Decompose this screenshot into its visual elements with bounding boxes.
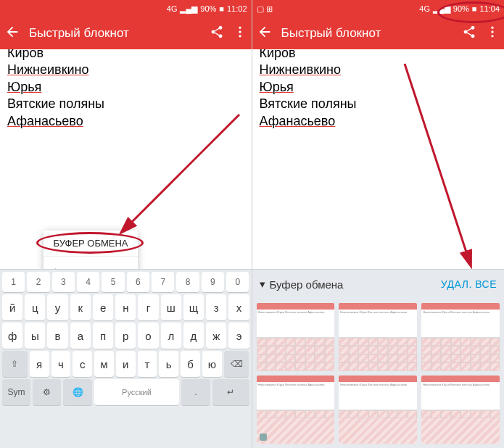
- app-bar: Быстрый блокнот: [252, 17, 505, 49]
- share-icon[interactable]: [210, 25, 224, 42]
- key[interactable]: я: [30, 351, 49, 377]
- key[interactable]: а: [70, 323, 91, 349]
- key[interactable]: е: [93, 294, 113, 320]
- svg-point-4: [491, 27, 493, 29]
- clipboard-item[interactable]: Нижнеивкино Юрья Вятские поляны Афанасье…: [257, 303, 335, 371]
- back-icon[interactable]: [257, 24, 273, 43]
- backspace-key[interactable]: ⌫: [224, 351, 249, 377]
- key[interactable]: к: [70, 294, 91, 320]
- popup-back-icon[interactable]: ←: [44, 256, 138, 269]
- key[interactable]: ь: [159, 351, 178, 377]
- key-7[interactable]: 7: [152, 272, 174, 292]
- svg-point-1: [239, 30, 241, 33]
- back-icon[interactable]: [4, 24, 20, 43]
- clipboard-grid: Нижнеивкино Юрья Вятские поляны Афанасье…: [252, 299, 505, 448]
- signal-icon: ▂▄▆: [433, 4, 450, 14]
- battery-pct: 90%: [200, 4, 216, 13]
- key-8[interactable]: 8: [176, 272, 199, 292]
- note-line: Киров: [260, 49, 497, 62]
- note-line: Юрья: [260, 79, 497, 96]
- key-4[interactable]: 4: [77, 272, 99, 292]
- key[interactable]: э: [228, 323, 249, 349]
- keyboard[interactable]: 1 2 3 4 5 6 7 8 9 0 йцукенгшщзх фывапрол…: [0, 269, 252, 448]
- key-row-1: йцукенгшщзх: [0, 292, 252, 320]
- key[interactable]: д: [183, 323, 204, 349]
- key[interactable]: х: [228, 294, 249, 320]
- key-1[interactable]: 1: [2, 272, 25, 292]
- key[interactable]: й: [2, 294, 22, 320]
- key-6[interactable]: 6: [127, 272, 149, 292]
- settings-key[interactable]: ⚙: [33, 379, 61, 405]
- dot-key[interactable]: .: [181, 379, 210, 405]
- globe-key[interactable]: 🌐: [63, 379, 91, 405]
- svg-point-5: [491, 30, 493, 33]
- key[interactable]: ж: [206, 323, 226, 349]
- key-5[interactable]: 5: [102, 272, 124, 292]
- key[interactable]: с: [73, 351, 92, 377]
- more-icon[interactable]: [485, 25, 500, 42]
- clipboard-item[interactable]: Нижнеивкино Юрья Вятские поляны Афанасье…: [257, 376, 335, 444]
- number-row: 1 2 3 4 5 6 7 8 9 0: [0, 270, 252, 292]
- enter-key[interactable]: ↵: [212, 379, 249, 405]
- share-icon[interactable]: [462, 25, 476, 42]
- key[interactable]: ф: [2, 323, 22, 349]
- note-line: Афанасьево: [260, 113, 497, 130]
- key[interactable]: м: [94, 351, 114, 377]
- note-line: Вятские поляны: [7, 96, 244, 112]
- key[interactable]: о: [138, 323, 158, 349]
- more-icon[interactable]: [233, 25, 247, 42]
- key[interactable]: ю: [202, 351, 222, 377]
- note-line: Афанасьево: [7, 113, 244, 130]
- delete-all-button[interactable]: УДАЛ. ВСЕ: [441, 278, 497, 290]
- clipboard-header: ▾ Буфер обмена УДАЛ. ВСЕ: [252, 270, 505, 299]
- note-line: Нижнеивкино: [7, 62, 244, 78]
- key-9[interactable]: 9: [202, 272, 224, 292]
- clipboard-item[interactable]: Нижнеивкино Юрья Вятские поляны Афанасье…: [421, 376, 500, 444]
- key[interactable]: н: [115, 294, 136, 320]
- key-row-3: ⇧ ячсмитьбю ⌫: [0, 349, 252, 377]
- key[interactable]: щ: [183, 294, 204, 320]
- sym-key[interactable]: Sym: [2, 379, 30, 405]
- key-0[interactable]: 0: [226, 272, 249, 292]
- note-line: Юрья: [7, 79, 244, 96]
- key[interactable]: ш: [161, 294, 181, 320]
- signal-icon: ▂▄▆: [180, 4, 197, 14]
- key-row-2: фывапролджэ: [0, 320, 252, 349]
- key[interactable]: з: [206, 294, 226, 320]
- key[interactable]: б: [181, 351, 200, 377]
- note-line: Нижнеивкино: [260, 62, 497, 78]
- key-2[interactable]: 2: [27, 272, 49, 292]
- key[interactable]: р: [115, 323, 136, 349]
- key[interactable]: ч: [51, 351, 71, 377]
- key-row-bottom: Sym ⚙ 🌐 Русский . ↵: [0, 377, 252, 407]
- chevron-down-icon[interactable]: ▾: [260, 278, 265, 291]
- note-content[interactable]: Киров Нижнеивкино Юрья Вятские поляны Аф…: [252, 49, 505, 269]
- status-bar: 4G ▂▄▆ 90% ■ 11:02: [0, 0, 252, 17]
- space-key[interactable]: Русский: [94, 379, 180, 405]
- app-title: Быстрый блокнот: [29, 26, 201, 41]
- key[interactable]: и: [116, 351, 136, 377]
- svg-line-3: [123, 115, 239, 231]
- key[interactable]: г: [138, 294, 158, 320]
- key[interactable]: в: [47, 323, 67, 349]
- clipboard-item[interactable]: Нижнеивкино Юрья Вятские поляны Афанасье…: [421, 303, 500, 371]
- battery-pct: 90%: [453, 4, 469, 13]
- note-content[interactable]: Киров Нижнеивкино Юрья Вятские поляны Аф…: [0, 49, 252, 269]
- network-icon: 4G: [167, 4, 178, 13]
- note-line: Вятские поляны: [260, 96, 497, 112]
- shift-key[interactable]: ⇧: [2, 351, 28, 377]
- clipboard-item[interactable]: Нижнеивкино Юрья Вятские поляны Афанасье…: [339, 303, 417, 371]
- clipboard-popup-label[interactable]: БУФЕР ОБМЕНА: [44, 231, 138, 256]
- key[interactable]: ц: [25, 294, 45, 320]
- key[interactable]: ы: [25, 323, 45, 349]
- note-line: Киров: [7, 49, 244, 62]
- key[interactable]: т: [138, 351, 157, 377]
- status-bar: ▢ ⊞ 4G ▂▄▆ 90% ■ 11:04: [252, 0, 505, 17]
- key[interactable]: п: [93, 323, 113, 349]
- app-title: Быстрый блокнот: [281, 26, 454, 41]
- key-3[interactable]: 3: [52, 272, 75, 292]
- key[interactable]: у: [47, 294, 67, 320]
- clipboard-item[interactable]: Нижнеивкино Юрья Вятские поляны Афанасье…: [339, 376, 417, 444]
- key[interactable]: л: [161, 323, 181, 349]
- svg-point-6: [491, 35, 493, 37]
